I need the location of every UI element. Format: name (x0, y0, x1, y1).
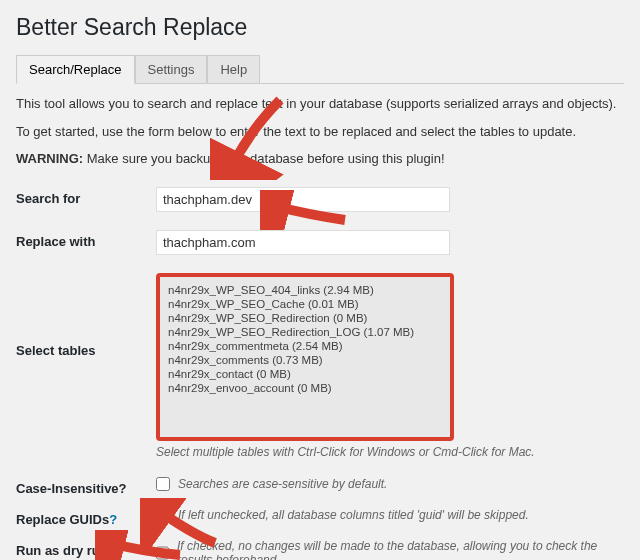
replace-with-label: Replace with (16, 230, 156, 249)
tab-nav: Search/Replace Settings Help (16, 55, 624, 84)
table-option[interactable]: n4nr29x_commentmeta (2.54 MB) (166, 339, 444, 353)
tab-settings[interactable]: Settings (135, 55, 208, 83)
replace-with-input[interactable] (156, 230, 450, 255)
replace-guids-checkbox[interactable] (156, 508, 170, 522)
replace-guids-label: Replace GUIDs? (16, 508, 156, 527)
warning-prefix: WARNING: (16, 151, 83, 166)
replace-guids-desc: If left unchecked, all database columns … (178, 508, 529, 522)
dry-run-checkbox[interactable] (156, 546, 169, 560)
dry-run-desc: If checked, no changes will be made to t… (177, 539, 624, 561)
select-tables-list[interactable]: n4nr29x_WP_SEO_404_links (2.94 MB)n4nr29… (160, 277, 450, 437)
replace-guids-label-text: Replace GUIDs (16, 512, 109, 527)
select-tables-hint: Select multiple tables with Ctrl-Click f… (156, 445, 535, 459)
search-for-label: Search for (16, 187, 156, 206)
table-option[interactable]: n4nr29x_contact (0 MB) (166, 367, 444, 381)
case-insensitive-desc: Searches are case-sensitive by default. (178, 477, 387, 491)
tab-help[interactable]: Help (207, 55, 260, 83)
warning-rest: Make sure you backup your database befor… (83, 151, 444, 166)
case-insensitive-label: Case-Insensitive? (16, 477, 156, 496)
select-tables-label: Select tables (16, 273, 156, 358)
warning-text: WARNING: Make sure you backup your datab… (16, 149, 624, 169)
table-option[interactable]: n4nr29x_WP_SEO_Redirection_LOG (1.07 MB) (166, 325, 444, 339)
replace-guids-help-icon[interactable]: ? (109, 512, 117, 527)
table-option[interactable]: n4nr29x_WP_SEO_404_links (2.94 MB) (166, 283, 444, 297)
tab-search-replace[interactable]: Search/Replace (16, 55, 135, 84)
table-option[interactable]: n4nr29x_WP_SEO_Cache (0.01 MB) (166, 297, 444, 311)
intro-text-1: This tool allows you to search and repla… (16, 94, 624, 114)
select-tables-highlight: n4nr29x_WP_SEO_404_links (2.94 MB)n4nr29… (156, 273, 454, 441)
table-option[interactable]: n4nr29x_comments (0.73 MB) (166, 353, 444, 367)
dry-run-label: Run as dry run? (16, 539, 156, 558)
table-option[interactable]: n4nr29x_envoo_account (0 MB) (166, 381, 444, 395)
page-title: Better Search Replace (16, 14, 624, 41)
case-insensitive-checkbox[interactable] (156, 477, 170, 491)
intro-text-2: To get started, use the form below to en… (16, 122, 624, 142)
table-option[interactable]: n4nr29x_WP_SEO_Redirection (0 MB) (166, 311, 444, 325)
search-for-input[interactable] (156, 187, 450, 212)
